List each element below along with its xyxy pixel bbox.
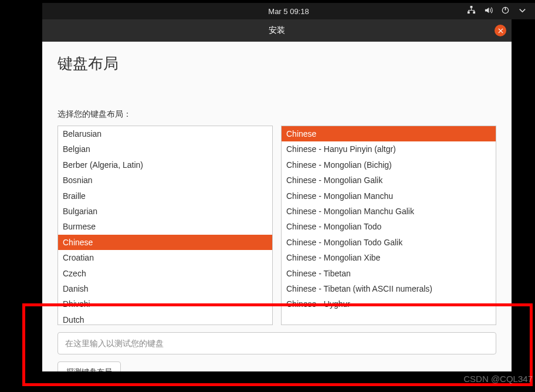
list-item[interactable]: Bulgarian	[58, 204, 272, 219]
installer-window: 安装 键盘布局 选择您的键盘布局： BelarusianBelgianBerbe…	[42, 19, 512, 371]
detect-layout-button[interactable]: 探测键盘布局	[57, 361, 121, 371]
list-item[interactable]: Croatian	[58, 250, 272, 265]
list-item[interactable]: Dutch	[58, 312, 272, 325]
list-item[interactable]: Burmese	[58, 219, 272, 234]
volume-icon[interactable]	[484, 6, 493, 16]
list-item[interactable]: Bosnian	[58, 173, 272, 188]
window-title: 安装	[269, 25, 285, 36]
list-item[interactable]: Belgian	[58, 141, 272, 157]
list-item[interactable]: Berber (Algeria, Latin)	[58, 157, 272, 173]
list-item[interactable]: Danish	[58, 281, 272, 296]
close-button[interactable]	[495, 25, 506, 36]
language-listbox[interactable]: BelarusianBelgianBerber (Algeria, Latin)…	[57, 126, 273, 325]
list-item[interactable]: Chinese - Mongolian Manchu	[282, 188, 496, 204]
list-item[interactable]: Chinese - Mongolian (Bichig)	[282, 157, 496, 173]
chevron-down-icon[interactable]	[518, 6, 527, 16]
list-item[interactable]: Chinese - Uyghur	[282, 296, 496, 312]
topbar-indicators[interactable]	[467, 6, 535, 16]
list-item[interactable]: Chinese - Mongolian Todo Galik	[282, 235, 496, 250]
list-item[interactable]: Braille	[58, 188, 272, 204]
keyboard-test-input[interactable]	[57, 332, 496, 354]
list-item[interactable]: Chinese - Tibetan	[282, 266, 496, 281]
list-item[interactable]: Chinese - Mongolian Manchu Galik	[282, 204, 496, 219]
list-item[interactable]: Chinese	[58, 235, 272, 250]
list-item[interactable]: Chinese	[282, 126, 496, 141]
layout-columns: BelarusianBelgianBerber (Algeria, Latin)…	[57, 126, 496, 325]
window-content: 键盘布局 选择您的键盘布局： BelarusianBelgianBerber (…	[42, 42, 512, 371]
list-item[interactable]: Chinese - Hanyu Pinyin (altgr)	[282, 141, 496, 157]
list-item[interactable]: Chinese - Mongolian Galik	[282, 173, 496, 188]
svg-rect-2	[473, 11, 475, 13]
svg-rect-0	[470, 6, 473, 8]
list-item[interactable]: Belarusian	[58, 126, 272, 141]
list-item[interactable]: Dhivehi	[58, 296, 272, 312]
svg-rect-1	[468, 11, 470, 13]
system-topbar: Mar 5 09:18	[42, 3, 535, 19]
power-icon[interactable]	[501, 6, 510, 16]
network-icon[interactable]	[467, 6, 476, 16]
window-titlebar: 安装	[42, 19, 512, 42]
watermark-text: CSDN @CQL347	[463, 374, 533, 384]
topbar-datetime[interactable]: Mar 5 09:18	[268, 7, 309, 16]
page-heading: 键盘布局	[57, 53, 496, 74]
variant-listbox[interactable]: ChineseChinese - Hanyu Pinyin (altgr)Chi…	[281, 126, 496, 325]
list-item[interactable]: Chinese - Mongolian Xibe	[282, 250, 496, 265]
layout-prompt: 选择您的键盘布局：	[57, 109, 496, 120]
list-item[interactable]: Chinese - Tibetan (with ASCII numerals)	[282, 281, 496, 296]
list-item[interactable]: Chinese - Mongolian Todo	[282, 219, 496, 234]
list-item[interactable]: Czech	[58, 266, 272, 281]
